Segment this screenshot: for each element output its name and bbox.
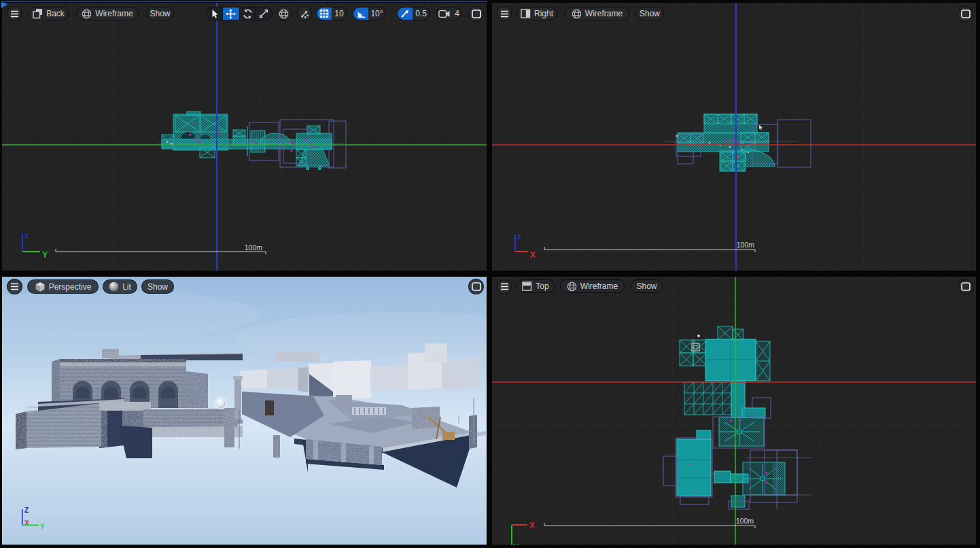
svg-text:Z: Z bbox=[24, 233, 29, 239]
svg-text:100m: 100m bbox=[737, 241, 755, 249]
svg-text:100m: 100m bbox=[736, 517, 754, 525]
svg-text:X: X bbox=[530, 250, 536, 260]
svg-text:Y: Y bbox=[42, 250, 48, 260]
svg-text:Z: Z bbox=[24, 507, 29, 514]
svg-text:Z: Z bbox=[517, 233, 521, 240]
svg-text:X: X bbox=[529, 521, 535, 530]
svg-text:100m: 100m bbox=[245, 243, 263, 252]
svg-text:Y: Y bbox=[40, 523, 45, 530]
svg-text:Y: Y bbox=[513, 543, 519, 545]
